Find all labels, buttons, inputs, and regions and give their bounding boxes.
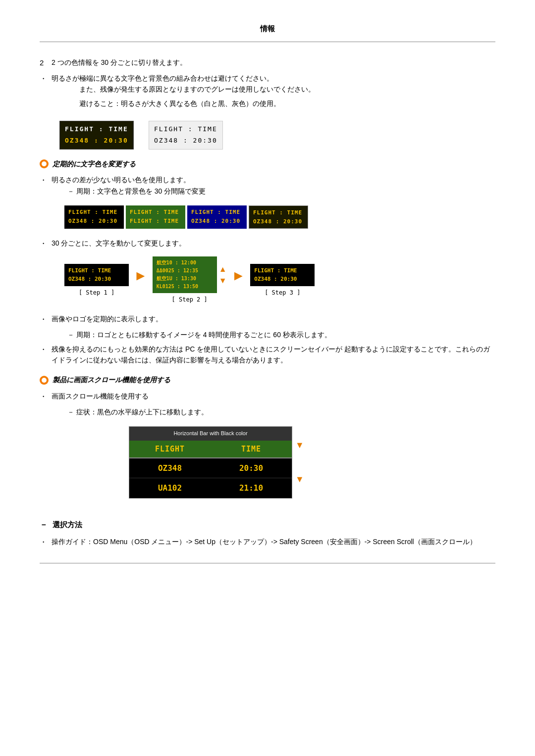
arrow-1: ► bbox=[134, 265, 148, 296]
step-box-2: 航空10 : 12:00 ΔΔ0025 : 12:35 航空1U : 13:30… bbox=[153, 256, 227, 304]
flight-display-light: FLIGHT : TIME OZ348 : 20:30 bbox=[149, 121, 223, 150]
section-image-logo: ・ 画像やロゴを定期的に表示します。 － 周期：ロゴとともに移動するイメージを … bbox=[40, 313, 495, 365]
dash-icon: － bbox=[40, 518, 48, 531]
number-2: 2 bbox=[40, 57, 52, 69]
color-box-1-data: OZ348 : 20:30 bbox=[68, 217, 120, 226]
display-row-1: FLIGHT : TIME OZ348 : 20:30 FLIGHT : TIM… bbox=[59, 121, 495, 150]
flight-header-light: FLIGHT : TIME bbox=[154, 124, 217, 135]
section5-text1: 画面スクロール機能を使用する bbox=[52, 391, 495, 402]
scroll-data-row2-left: UA102 bbox=[129, 478, 211, 498]
section5-sub-text: － 症状：黒色の水平線が上下に移動します。 bbox=[67, 408, 208, 416]
color-box-1-header: FLIGHT : TIME bbox=[68, 208, 120, 217]
bullet-dot-5: ・ bbox=[40, 344, 52, 355]
orange-dot-inner bbox=[42, 161, 47, 166]
scroll-header-left: FLIGHT bbox=[129, 441, 211, 457]
selection-header: － 選択方法 bbox=[40, 518, 495, 531]
section3-bullet: ・ 30 分ごとに、文字を動かして変更します。 bbox=[40, 238, 495, 250]
bullet-sub-text3: 避けること：明るさが大きく異なる色（白と黒、灰色）の使用。 bbox=[79, 98, 495, 109]
color-box-4: FLIGHT : TIME OZ348 : 20:30 bbox=[249, 205, 308, 229]
section2-sub-text: － 周期：文字色と背景色を 30 分間隔で変更 bbox=[67, 186, 206, 197]
color-box-3-header: FLIGHT : TIME bbox=[191, 208, 243, 217]
section-screen-scroll: 製品に画面スクロール機能を使用する ・ 画面スクロール機能を使用する － 症状：… bbox=[40, 374, 495, 499]
scroll-data-row1: OZ348 20:30 bbox=[129, 457, 292, 478]
flight-data-dark: OZ348 : 20:30 bbox=[65, 136, 128, 146]
orange-dot-2-inner bbox=[42, 378, 47, 383]
section5-header: 製品に画面スクロール機能を使用する bbox=[40, 374, 495, 385]
section5-sub1: － 症状：黒色の水平線が上下に移動します。 bbox=[67, 406, 495, 417]
step3-label: [ Step 3 ] bbox=[265, 288, 300, 298]
scroll-header-right: TIME bbox=[211, 441, 292, 457]
arrow-2: ► bbox=[232, 265, 246, 296]
arrow-right-icon-2: ► bbox=[232, 265, 246, 287]
bullet-dot-2: ・ bbox=[40, 174, 52, 186]
step1-data: OZ348 : 20:30 bbox=[68, 275, 125, 284]
step2-display-row: 航空10 : 12:00 ΔΔ0025 : 12:35 航空1U : 13:30… bbox=[153, 256, 227, 293]
section4-text2: 残像を抑えるのにもっとも効果的な方法は PC を使用していないときにスクリーンセ… bbox=[52, 344, 495, 366]
scroll-main-box: Horizontal Bar with Black color FLIGHT T… bbox=[129, 426, 292, 499]
selection-guide-text: 操作ガイド：OSD Menu（OSD メニュー）-> Set Up（セットアップ… bbox=[52, 536, 495, 547]
selection-title: 選択方法 bbox=[53, 519, 82, 531]
step-animation-row: FLIGHT : TIME OZ348 : 20:30 [ Step 1 ] ►… bbox=[64, 256, 495, 304]
color-box-1: FLIGHT : TIME OZ348 : 20:30 bbox=[64, 205, 124, 229]
flight-display-dark: FLIGHT : TIME OZ348 : 20:30 bbox=[59, 121, 134, 150]
flight-header-dark: FLIGHT : TIME bbox=[65, 124, 128, 135]
page-container: 情報 2 2 つの色情報を 30 分ごとに切り替えます。 ・ 明るさが極端に異な… bbox=[0, 0, 535, 593]
bullet-sub-text1: 明るさが極端に異なる文字色と背景色の組み合わせは避けてください。 bbox=[52, 73, 495, 84]
section2-main-text: 明るさの差が少ない明るい色を使用します。 bbox=[52, 174, 495, 185]
step3-header: FLIGHT : TIME bbox=[254, 266, 311, 275]
section-move-text: ・ 30 分ごとに、文字を動かして変更します。 FLIGHT : TIME OZ… bbox=[40, 238, 495, 304]
bullet-dot-6: ・ bbox=[40, 391, 52, 403]
bullet-dot-3: ・ bbox=[40, 238, 52, 250]
selection-bullet: ・ 操作ガイド：OSD Menu（OSD メニュー）-> Set Up（セットア… bbox=[40, 536, 495, 548]
section2-header: 定期的に文字色を変更する bbox=[53, 158, 136, 169]
section-header-orange: 定期的に文字色を変更する bbox=[40, 158, 495, 169]
color-box-3: FLIGHT : TIME OZ348 : 20:30 bbox=[187, 205, 247, 229]
scroll-data-row2-right: 21:10 bbox=[211, 478, 292, 498]
step1-label: [ Step 1 ] bbox=[79, 288, 114, 298]
page-title: 情報 bbox=[40, 15, 495, 42]
step2-row3: 航空1U : 13:30 bbox=[157, 275, 213, 283]
bullet-dot-4: ・ bbox=[40, 313, 52, 325]
section5-bullet1: ・ 画面スクロール機能を使用する bbox=[40, 391, 495, 403]
step3-data: OZ348 : 20:30 bbox=[254, 275, 311, 284]
step1-display: FLIGHT : TIME OZ348 : 20:30 bbox=[64, 264, 129, 286]
color-box-2: FLIGHT : TIME FLIGHT : TIME bbox=[126, 205, 185, 229]
step2-label: [ Step 2 ] bbox=[172, 295, 208, 304]
step2-row4: KL0125 : 13:50 bbox=[157, 283, 213, 291]
step-box-1: FLIGHT : TIME OZ348 : 20:30 [ Step 1 ] bbox=[64, 264, 129, 298]
color-box-4-header: FLIGHT : TIME bbox=[253, 208, 304, 217]
section4-bullet1: ・ 画像やロゴを定期的に表示します。 bbox=[40, 313, 495, 325]
section5-header-text: 製品に画面スクロール機能を使用する bbox=[53, 374, 170, 385]
step2-arrows: ▲ ▼ bbox=[219, 264, 227, 285]
scroll-data-row1-right: 20:30 bbox=[211, 458, 292, 478]
section-periodic-color: 定期的に文字色を変更する ・ 明るさの差が少ない明るい色を使用します。 － 周期… bbox=[40, 158, 495, 229]
scroll-data-row1-left: OZ348 bbox=[129, 458, 211, 478]
section3-text: 30 分ごとに、文字を動かして変更します。 bbox=[52, 238, 495, 249]
step2-row2: ΔΔ0025 : 12:35 bbox=[157, 267, 213, 275]
scroll-arrow-down-1-icon: ▼ bbox=[295, 438, 304, 453]
step2-row1: 航空10 : 12:00 bbox=[157, 259, 213, 267]
intro-line1: 2 2 つの色情報を 30 分ごとに切り替えます。 bbox=[40, 57, 495, 69]
arrow-right-icon-1: ► bbox=[134, 265, 148, 287]
section2-bullet1: ・ 明るさの差が少ない明るい色を使用します。 － 周期：文字色と背景色を 30 … bbox=[40, 174, 495, 199]
section4-bullet2: ・ 残像を抑えるのにもっとも効果的な方法は PC を使用していないときにスクリー… bbox=[40, 344, 495, 366]
color-box-3-data: OZ348 : 20:30 bbox=[191, 217, 243, 226]
bullet-text-1: 明るさが極端に異なる文字色と背景色の組み合わせは避けてください。 また、残像が発… bbox=[52, 73, 495, 112]
section-selection: － 選択方法 ・ 操作ガイド：OSD Menu（OSD メニュー）-> Set … bbox=[40, 518, 495, 548]
step2-arrow-down-icon: ▼ bbox=[219, 276, 227, 285]
scroll-title: Horizontal Bar with Black color bbox=[129, 427, 292, 441]
color-box-2-data: FLIGHT : TIME bbox=[130, 217, 181, 226]
orange-dot-2-icon bbox=[40, 376, 49, 385]
scroll-header-row: FLIGHT TIME bbox=[129, 441, 292, 457]
step1-header: FLIGHT : TIME bbox=[68, 266, 125, 275]
section-intro: 2 2 つの色情報を 30 分ごとに切り替えます。 ・ 明るさが極端に異なる文字… bbox=[40, 57, 495, 112]
section4-sub-text: － 周期：ロゴとともに移動するイメージを 4 時間使用するごとに 60 秒表示し… bbox=[67, 331, 331, 339]
color-box-2-header: FLIGHT : TIME bbox=[130, 208, 181, 217]
scroll-arrow-down-2-icon: ▼ bbox=[295, 472, 304, 487]
section4-sub1: － 周期：ロゴとともに移動するイメージを 4 時間使用するごとに 60 秒表示し… bbox=[67, 329, 495, 340]
bullet-dot-1: ・ bbox=[40, 73, 52, 85]
flight-data-light: OZ348 : 20:30 bbox=[154, 136, 217, 146]
step2-arrow-up-icon: ▲ bbox=[219, 264, 227, 274]
scroll-arrows-col: ▼ ▼ bbox=[292, 426, 307, 499]
section2-bullet-text: 明るさの差が少ない明るい色を使用します。 － 周期：文字色と背景色を 30 分間… bbox=[52, 174, 495, 199]
